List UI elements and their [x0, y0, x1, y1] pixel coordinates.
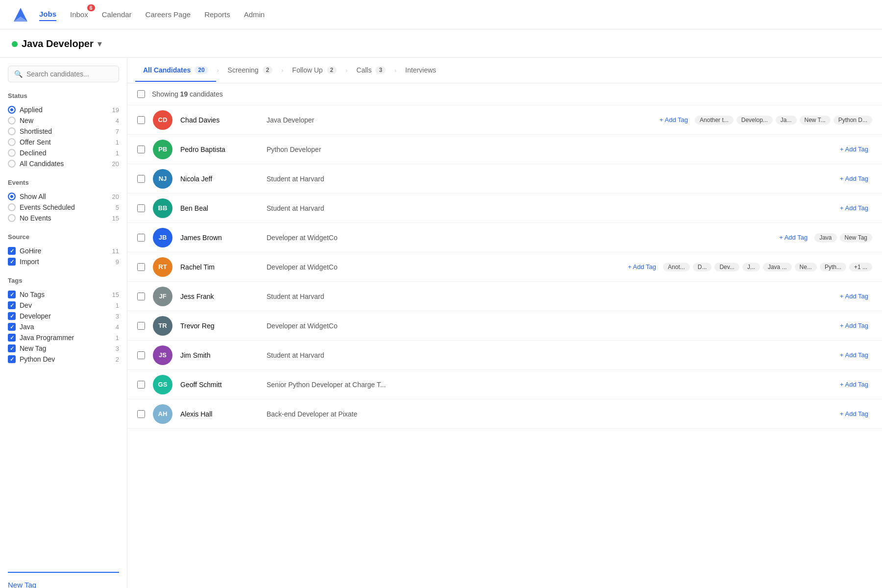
- candidate-tags-js: + Add Tag: [774, 350, 872, 360]
- add-tag-button-pb[interactable]: + Add Tag: [836, 145, 872, 154]
- candidate-checkbox-bb[interactable]: [137, 204, 145, 212]
- tag-pill-rt[interactable]: Java ...: [763, 263, 792, 271]
- candidate-checkbox-rt[interactable]: [137, 263, 145, 271]
- nav-link-careers[interactable]: Careers Page: [146, 8, 191, 21]
- tab-label-screening: Screening: [228, 66, 259, 74]
- top-nav: JobsInbox6CalendarCareers PageReportsAdm…: [0, 0, 882, 29]
- tag-pill-cd[interactable]: New T...: [800, 116, 831, 124]
- filter-item-all_candidates[interactable]: All Candidates20: [8, 158, 119, 169]
- tab-calls[interactable]: Calls3: [348, 59, 393, 82]
- candidate-name-jf[interactable]: Jess Frank: [180, 293, 259, 300]
- filter-label-import: Import: [20, 258, 39, 266]
- tag-pill-jb[interactable]: Java: [814, 233, 836, 242]
- filter-item-offer_sent[interactable]: Offer Sent1: [8, 137, 119, 147]
- tag-pill-rt[interactable]: D...: [693, 263, 712, 271]
- candidate-row: RTRachel TimDeveloper at WidgetCo+ Add T…: [127, 252, 882, 282]
- tag-pill-jb[interactable]: New Tag: [840, 233, 872, 242]
- tag-pill-rt[interactable]: Ne...: [795, 263, 817, 271]
- candidate-checkbox-cd[interactable]: [137, 116, 145, 124]
- candidate-name-tr[interactable]: Trevor Reg: [180, 322, 259, 330]
- add-tag-button-gs[interactable]: + Add Tag: [836, 380, 872, 389]
- filter-item-applied[interactable]: Applied19: [8, 104, 119, 115]
- tab-interviews[interactable]: Interviews: [397, 59, 444, 82]
- candidate-name-cd[interactable]: Chad Davies: [180, 116, 259, 124]
- candidate-name-rt[interactable]: Rachel Tim: [180, 263, 259, 271]
- candidates-area: Showing 19 candidates CDChad DaviesJava …: [127, 83, 882, 588]
- tag-pill-rt[interactable]: Anot...: [663, 263, 690, 271]
- candidate-name-jb[interactable]: James Brown: [180, 234, 259, 242]
- candidate-title-pb: Python Developer: [267, 146, 766, 153]
- candidate-name-js[interactable]: Jim Smith: [180, 351, 259, 359]
- nav-link-admin[interactable]: Admin: [244, 8, 265, 21]
- filter-item-new[interactable]: New4: [8, 115, 119, 126]
- tabs-bar: All Candidates20›Screening2›Follow Up2›C…: [127, 58, 882, 83]
- filter-count-developer: 3: [116, 313, 119, 320]
- candidate-name-nj[interactable]: Nicola Jeff: [180, 175, 259, 183]
- nav-link-jobs[interactable]: Jobs: [39, 8, 56, 21]
- nav-link-calendar[interactable]: Calendar: [102, 8, 132, 21]
- filter-item-events_scheduled[interactable]: Events Scheduled5: [8, 202, 119, 213]
- candidate-checkbox-gs[interactable]: [137, 381, 145, 389]
- add-tag-button-jf[interactable]: + Add Tag: [836, 292, 872, 301]
- filter-count-shortlisted: 7: [116, 128, 119, 135]
- add-tag-button-nj[interactable]: + Add Tag: [836, 174, 872, 183]
- filter-item-import[interactable]: ✓Import9: [8, 256, 119, 267]
- filter-item-java[interactable]: ✓Java4: [8, 321, 119, 332]
- tag-pill-cd[interactable]: Python D...: [833, 116, 872, 124]
- add-tag-button-js[interactable]: + Add Tag: [836, 350, 872, 360]
- filter-count-events_scheduled: 5: [116, 204, 119, 211]
- candidate-avatar-ah: AH: [153, 404, 172, 424]
- radio-all_candidates: [8, 160, 16, 168]
- filter-item-no_tags[interactable]: ✓No Tags15: [8, 289, 119, 300]
- tag-pill-rt[interactable]: Pyth...: [820, 263, 846, 271]
- add-tag-button-tr[interactable]: + Add Tag: [836, 321, 872, 330]
- candidate-checkbox-tr[interactable]: [137, 322, 145, 330]
- tag-pill-cd[interactable]: Develop...: [736, 116, 773, 124]
- candidate-name-gs[interactable]: Geoff Schmitt: [180, 381, 259, 389]
- add-tag-button-ah[interactable]: + Add Tag: [836, 409, 872, 418]
- add-tag-button-bb[interactable]: + Add Tag: [836, 203, 872, 213]
- select-all-checkbox[interactable]: [137, 90, 145, 98]
- candidate-row: AHAlexis HallBack-end Developer at Pixat…: [127, 399, 882, 429]
- chevron-down-icon[interactable]: ▾: [98, 39, 101, 49]
- filter-item-python_dev[interactable]: ✓Python Dev2: [8, 354, 119, 365]
- filter-item-show_all[interactable]: Show All20: [8, 191, 119, 202]
- tag-pill-cd[interactable]: Ja...: [776, 116, 797, 124]
- candidate-name-ah[interactable]: Alexis Hall: [180, 410, 259, 418]
- nav-link-reports[interactable]: Reports: [204, 8, 230, 21]
- nav-link-inbox[interactable]: Inbox6: [70, 8, 88, 21]
- new-tag-button[interactable]: New Tag: [8, 581, 36, 588]
- tag-pill-rt[interactable]: J...: [742, 263, 760, 271]
- filter-item-gohire[interactable]: ✓GoHire11: [8, 245, 119, 256]
- filter-item-java_programmer[interactable]: ✓Java Programmer1: [8, 332, 119, 343]
- candidate-checkbox-jb[interactable]: [137, 234, 145, 242]
- filter-label-python_dev: Python Dev: [20, 355, 55, 363]
- search-input[interactable]: [26, 70, 113, 78]
- tag-pill-cd[interactable]: Another t...: [695, 116, 734, 124]
- candidate-checkbox-pb[interactable]: [137, 146, 145, 153]
- tag-pill-rt[interactable]: +1 ...: [849, 263, 872, 271]
- candidate-checkbox-jf[interactable]: [137, 293, 145, 300]
- tab-followup[interactable]: Follow Up2: [284, 59, 344, 82]
- candidate-checkbox-ah[interactable]: [137, 410, 145, 418]
- filter-item-declined[interactable]: Declined1: [8, 147, 119, 158]
- tag-pill-rt[interactable]: Dev...: [714, 263, 739, 271]
- filter-item-dev[interactable]: ✓Dev1: [8, 300, 119, 311]
- candidate-name-bb[interactable]: Ben Beal: [180, 204, 259, 212]
- candidate-checkbox-js[interactable]: [137, 351, 145, 359]
- filter-item-shortlisted[interactable]: Shortlisted7: [8, 126, 119, 137]
- filter-item-new_tag[interactable]: ✓New Tag3: [8, 343, 119, 354]
- tab-all[interactable]: All Candidates20: [135, 59, 216, 82]
- candidate-name-pb[interactable]: Pedro Baptista: [180, 146, 259, 153]
- filter-item-developer[interactable]: ✓Developer3: [8, 311, 119, 321]
- tab-screening[interactable]: Screening2: [220, 59, 281, 82]
- add-tag-button-rt[interactable]: + Add Tag: [624, 262, 660, 271]
- radio-shortlisted: [8, 127, 16, 135]
- sidebar: 🔍 StatusApplied19New4Shortlisted7Offer S…: [0, 58, 127, 588]
- filter-label-offer_sent: Offer Sent: [20, 138, 51, 146]
- candidate-checkbox-nj[interactable]: [137, 175, 145, 183]
- add-tag-button-jb[interactable]: + Add Tag: [775, 233, 811, 242]
- filter-item-no_events[interactable]: No Events15: [8, 213, 119, 223]
- add-tag-button-cd[interactable]: + Add Tag: [656, 115, 692, 124]
- filter-label-all_candidates: All Candidates: [20, 160, 64, 168]
